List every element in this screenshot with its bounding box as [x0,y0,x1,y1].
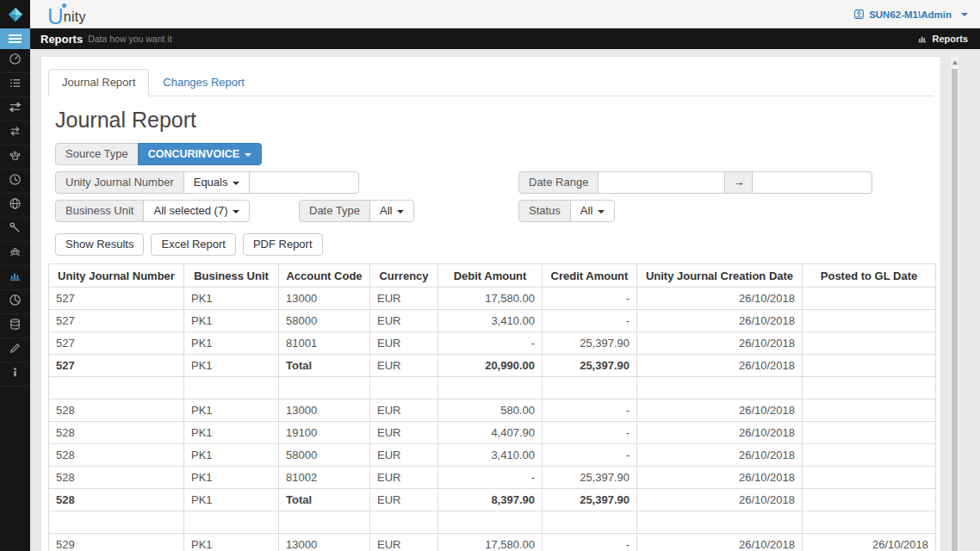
unity-logo: U nity [47,1,86,28]
status-dropdown[interactable]: All [570,200,615,222]
table-cell: 19100 [279,422,370,444]
table-cell: - [543,399,637,422]
journal-report-table: Unity Journal NumberBusiness UnitAccount… [48,263,936,551]
date-type-dropdown[interactable]: All [369,200,414,222]
globe-icon [9,197,22,214]
sidebar-item-repeat[interactable] [0,121,30,145]
sidebar-item-about[interactable] [0,362,30,387]
vertical-scrollbar[interactable] [951,56,958,551]
table-cell [184,377,279,399]
user-group-icon [9,245,22,262]
journal-number-operator-dropdown[interactable]: Equals [183,171,251,194]
date-from-input[interactable] [598,171,725,194]
table-cell: - [438,467,543,489]
pdf-report-button[interactable]: PDF Report [243,233,323,256]
table-row: 528PK181002EUR-25,397.9026/10/2018 [49,467,936,489]
column-header: Posted to GL Date [803,264,936,288]
table-cell: Total [279,489,370,511]
sidebar-item-user-group[interactable] [0,242,30,266]
table-header-row: Unity Journal NumberBusiness UnitAccount… [49,264,936,288]
table-cell: 81002 [279,467,370,489]
date-to-input[interactable] [752,171,872,194]
table-cell: PK1 [184,489,279,511]
table-cell [184,511,279,534]
sidebar-item-analytics[interactable] [0,290,30,314]
bar-chart-icon [9,269,22,286]
sidebar-item-reports[interactable] [0,266,30,290]
table-cell [279,511,370,534]
table-cell: 528 [49,467,184,489]
table-cell: 13000 [279,534,370,551]
table-cell: 26/10/2018 [637,489,803,511]
date-range-arrow-icon: → [724,171,753,194]
page-title: Journal Report [55,108,940,133]
table-cell: EUR [370,399,438,422]
content-area: Journal Report Changes Report Journal Re… [30,49,980,551]
unity-logo-rest: nity [64,6,86,28]
app-logo-tile[interactable] [0,0,30,28]
status-label: Status [518,200,571,222]
table-cell [49,511,184,534]
table-cell: EUR [370,467,438,489]
table-cell: 8,397.90 [438,489,543,511]
business-unit-dropdown[interactable]: All selected (7) [143,200,250,222]
table-cell: 528 [49,489,184,511]
scroll-up-arrow-icon[interactable] [951,59,958,66]
exchange-arrows-icon [9,101,22,117]
table-cell: 26/10/2018 [637,310,803,332]
table-cell: EUR [370,422,438,444]
sidebar-item-edit[interactable] [0,338,30,362]
sidebar-item-history[interactable] [0,170,30,194]
table-cell: EUR [370,310,438,332]
table-row: 528PK1TotalEUR8,397.9025,397.9026/10/201… [49,489,936,511]
table-row: 529PK113000EUR17,580.00-26/10/201826/10/… [49,534,936,551]
table-cell [438,511,543,534]
table-cell: EUR [370,534,438,551]
sidebar-item-database[interactable] [0,314,30,338]
date-range-label: Date Range [518,171,599,194]
sidebar-item-web[interactable] [0,194,30,218]
table-cell [803,377,936,399]
show-results-button[interactable]: Show Results [55,233,144,256]
table-cell: 26/10/2018 [637,444,803,467]
user-menu[interactable]: SUN62-M1\Admin [853,0,968,28]
table-cell [543,511,637,534]
tab-journal-report[interactable]: Journal Report [48,69,149,96]
journal-number-input[interactable] [249,171,359,194]
column-header: Unity Journal Number [49,264,184,288]
table-cell: - [543,534,637,551]
scrollbar-thumb[interactable] [952,69,958,551]
menu-toggle-button[interactable] [0,28,30,49]
table-cell [803,288,936,310]
table-cell: 25,397.90 [543,355,637,377]
sidebar-item-transfers[interactable] [0,97,30,121]
sidebar-item-paw[interactable] [0,145,30,170]
column-header: Debit Amount [438,264,543,288]
table-cell [803,511,936,534]
column-header: Unity Journal Creation Date [637,264,803,288]
table-cell: 26/10/2018 [637,534,803,551]
table-cell [803,310,936,332]
appbar-reports-link[interactable]: Reports [917,28,968,49]
table-cell [637,377,803,399]
user-icon [853,9,865,20]
table-cell: 26/10/2018 [637,332,803,355]
app-bar: Reports Data how you want it Reports [0,28,980,49]
table-cell: 17,580.00 [438,534,543,551]
source-type-label: Source Type [55,143,139,165]
table-cell: 13000 [279,288,370,310]
sidebar-item-dashboard[interactable] [0,49,30,73]
table-cell: 580.00 [438,399,543,422]
tab-changes-report[interactable]: Changes Report [149,69,258,96]
table-cell [803,399,936,422]
table-cell: 3,410.00 [438,444,543,467]
sidebar-item-tasks[interactable] [0,73,30,97]
source-type-dropdown[interactable]: CONCURINVOICE [138,143,262,165]
table-cell: 26/10/2018 [637,422,803,444]
sidebar-item-tools[interactable] [0,218,30,242]
table-cell: 527 [49,332,184,355]
table-cell [803,422,936,444]
excel-report-button[interactable]: Excel Report [151,233,235,256]
table-row [49,511,936,534]
caret-down-icon [397,210,404,214]
